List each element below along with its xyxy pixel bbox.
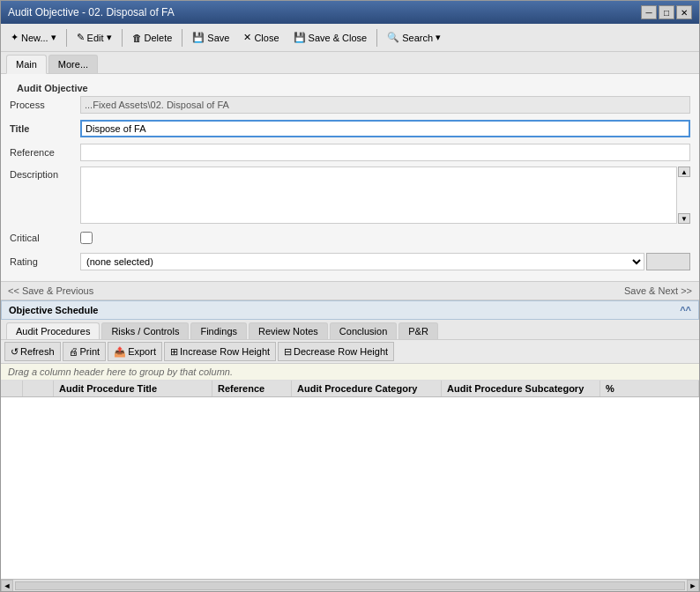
title-row: Title: [10, 119, 690, 138]
export-label: Export: [128, 346, 156, 357]
edit-dropdown-icon: ▾: [107, 32, 112, 43]
tab-review-notes[interactable]: Review Notes: [249, 322, 328, 339]
sep2: [122, 29, 123, 47]
critical-label: Critical: [10, 233, 80, 243]
grid-area[interactable]: Audit Procedure Title Reference Audit Pr…: [1, 381, 699, 579]
search-dropdown-icon: ▾: [436, 32, 441, 43]
col-header-percent[interactable]: %: [600, 381, 699, 396]
bottom-scrollbar[interactable]: ◄ ►: [1, 579, 699, 591]
minimize-button[interactable]: ─: [641, 5, 657, 19]
process-label: Process: [10, 100, 80, 110]
close-button[interactable]: ✕: [676, 5, 692, 19]
form-section-label: Audit Objective: [10, 79, 690, 95]
edit-icon: ✎: [77, 32, 85, 43]
process-row: Process: [10, 95, 690, 115]
scroll-down[interactable]: ▼: [678, 213, 690, 224]
critical-row: Critical: [10, 228, 690, 248]
maximize-icon: □: [664, 8, 669, 18]
scroll-left-btn[interactable]: ◄: [1, 580, 13, 592]
rating-action-button[interactable]: [646, 253, 690, 270]
increase-row-button[interactable]: ⊞ Increase Row Height: [164, 342, 276, 361]
minimize-icon: ─: [645, 8, 652, 18]
save-button[interactable]: 💾 Save: [186, 27, 235, 48]
nav-row: << Save & Previous Save & Next >>: [1, 281, 699, 300]
new-button[interactable]: ✦ New... ▾: [4, 27, 63, 48]
sep3: [182, 29, 182, 47]
tab-conclusion[interactable]: Conclusion: [330, 322, 397, 339]
decrease-row-label: Decrease Row Height: [294, 346, 388, 357]
rating-select-row: (none selected): [80, 253, 690, 270]
reference-label: Reference: [10, 147, 80, 158]
edit-label: Edit: [87, 33, 104, 43]
tab-main[interactable]: Main: [6, 55, 47, 74]
sub-tab-bar: Audit Procedures Risks / Controls Findin…: [1, 320, 699, 340]
critical-checkbox[interactable]: [80, 232, 93, 244]
print-button[interactable]: 🖨 Print: [63, 342, 107, 361]
delete-icon: 🗑: [132, 33, 142, 43]
collapse-icon[interactable]: ^^: [680, 305, 691, 315]
tab-more[interactable]: More...: [48, 55, 98, 73]
save-close-button[interactable]: 💾 Save & Close: [287, 27, 374, 48]
save-close-label: Save & Close: [309, 33, 368, 43]
reference-input[interactable]: [80, 144, 690, 161]
save-prev-button[interactable]: << Save & Previous: [8, 285, 93, 296]
description-textarea[interactable]: [80, 166, 677, 224]
scroll-right-btn[interactable]: ►: [687, 580, 699, 592]
delete-button[interactable]: 🗑 Delete: [126, 27, 179, 48]
main-toolbar: ✦ New... ▾ ✎ Edit ▾ 🗑 Delete 💾 Save ✕ Cl…: [1, 24, 699, 52]
content-area: Audit Objective Process Title Reference …: [1, 74, 699, 591]
search-label: Search: [402, 33, 433, 43]
delete-label: Delete: [145, 33, 173, 43]
close-icon: ✕: [681, 8, 688, 18]
scroll-up[interactable]: ▲: [678, 166, 690, 177]
decrease-row-icon: ⊟: [284, 346, 292, 358]
window-title: Audit Objective - 02. Disposal of FA: [8, 6, 175, 18]
tab-par[interactable]: P&R: [398, 322, 438, 339]
edit-button[interactable]: ✎ Edit ▾: [71, 27, 118, 48]
col-header-title[interactable]: Audit Procedure Title: [54, 381, 212, 396]
rating-label: Rating: [10, 256, 80, 267]
new-dropdown-icon: ▾: [51, 32, 56, 43]
print-icon: 🖨: [69, 346, 78, 357]
increase-row-label: Increase Row Height: [180, 346, 270, 357]
tab-findings[interactable]: Findings: [190, 322, 247, 339]
objective-schedule-header: Objective Schedule ^^: [1, 300, 699, 320]
col-header-check: [1, 381, 23, 396]
export-button[interactable]: 📤 Export: [108, 342, 162, 361]
refresh-button[interactable]: ↺ Refresh: [4, 342, 61, 361]
close-toolbar-button[interactable]: ✕ Close: [237, 27, 285, 48]
maximize-button[interactable]: □: [659, 5, 674, 19]
title-input[interactable]: [80, 120, 690, 137]
tab-audit-procedures[interactable]: Audit Procedures: [6, 322, 100, 339]
grid-header: Audit Procedure Title Reference Audit Pr…: [1, 381, 699, 397]
search-icon: 🔍: [387, 32, 399, 43]
save-label: Save: [207, 33, 229, 43]
rating-select[interactable]: (none selected): [80, 253, 644, 270]
reference-row: Reference: [10, 143, 690, 162]
tab-risks-controls[interactable]: Risks / Controls: [101, 322, 189, 339]
process-input[interactable]: [80, 96, 690, 114]
new-icon: ✦: [11, 32, 19, 43]
export-icon: 📤: [114, 346, 126, 358]
drag-hint: Drag a column header here to group by th…: [1, 364, 699, 381]
save-icon: 💾: [192, 32, 205, 43]
save-next-button[interactable]: Save & Next >>: [624, 285, 692, 296]
form-area: Audit Objective Process Title Reference …: [1, 74, 699, 281]
col-header-subcategory[interactable]: Audit Procedure Subcategory: [442, 381, 600, 396]
main-window: Audit Objective - 02. Disposal of FA ─ □…: [0, 0, 700, 592]
description-scrollbar[interactable]: ▲ ▼: [678, 166, 690, 224]
new-label: New...: [21, 33, 48, 43]
description-row: Description ▲ ▼: [10, 166, 690, 224]
col-header-reference[interactable]: Reference: [212, 381, 292, 396]
sep4: [376, 29, 377, 47]
objective-schedule-label: Objective Schedule: [9, 305, 98, 315]
sep1: [66, 29, 67, 47]
decrease-row-button[interactable]: ⊟ Decrease Row Height: [278, 342, 394, 361]
title-label: Title: [10, 123, 80, 134]
search-button[interactable]: 🔍 Search ▾: [381, 27, 447, 48]
save-close-icon: 💾: [294, 32, 306, 43]
description-label: Description: [10, 169, 80, 180]
title-bar: Audit Objective - 02. Disposal of FA ─ □…: [1, 1, 699, 24]
col-header-category[interactable]: Audit Procedure Category: [292, 381, 442, 396]
scrollbar-track[interactable]: [15, 581, 685, 590]
